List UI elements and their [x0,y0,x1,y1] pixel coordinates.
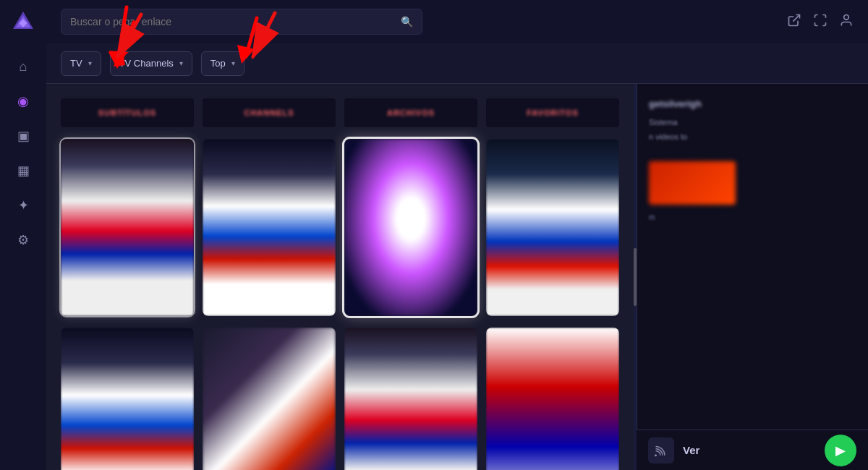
filter-channels-label: TV Channels [119,58,174,69]
panel-header: getsilverigh Sistema n videos to [637,84,868,155]
sidebar-item-home[interactable]: ⌂ [9,52,38,81]
channel-cards-row2 [61,328,619,470]
main-area: 🔍 [46,0,868,470]
labels-row: subtítulos channels archivos favoritos [61,98,619,127]
topbar-actions [787,13,854,31]
label-card-1: subtítulos [61,98,194,127]
panel-thumbnail [649,161,736,205]
label-text-1: subtítulos [98,108,156,117]
label-text-2: channels [244,108,294,117]
channel-card-3[interactable] [344,139,477,316]
label-text-3: archivos [387,108,435,117]
right-panel: getsilverigh Sistema n videos to m [637,84,868,470]
filterbar: TV ▾ TV Channels ▾ Top ▾ [46,43,868,84]
svg-point-4 [844,14,849,20]
channel-card-8[interactable] [486,328,619,470]
sidebar: ⌂ ◉ ▣ ▦ ✦ ⚙ [0,0,46,470]
panel-small-text: m [637,210,868,224]
channel-cards-row1 [61,139,619,316]
search-bar[interactable]: 🔍 [61,9,422,35]
channel-grid-area: subtítulos channels archivos favoritos [46,84,634,470]
filter-channels-dropdown[interactable]: TV Channels ▾ [110,51,192,76]
channel-card-7[interactable] [344,328,477,470]
panel-cast-icon[interactable] [648,437,674,463]
chevron-down-icon: ▾ [88,59,92,67]
label-card-2: channels [203,98,336,127]
channel-card-6[interactable] [203,328,336,470]
label-card-3: archivos [344,98,477,127]
channel-card-1[interactable] [61,139,194,316]
play-button[interactable]: ▶ [825,435,856,466]
chevron-down-icon-2: ▾ [179,59,183,67]
external-link-icon[interactable] [787,13,801,31]
user-icon[interactable] [839,13,854,31]
panel-bottom-bar: Ver ▶ [637,430,868,470]
channel-card-4[interactable] [486,139,619,316]
svg-point-5 [655,455,657,456]
filter-top-dropdown[interactable]: Top ▾ [201,51,244,76]
app-logo[interactable] [10,9,36,35]
filter-top-label: Top [210,58,226,69]
panel-subtitle: Sistema [649,118,856,127]
search-input[interactable] [70,16,401,27]
sidebar-item-schedule[interactable]: ▦ [9,156,38,185]
fullscreen-icon[interactable] [813,13,827,31]
filter-tv-dropdown[interactable]: TV ▾ [61,51,101,76]
search-icon: 🔍 [401,16,413,27]
filter-tv-label: TV [70,58,82,69]
label-text-4: favoritos [527,108,579,117]
label-card-4: favoritos [486,98,619,127]
ver-label: Ver [683,444,816,456]
chevron-down-icon-3: ▾ [231,59,235,67]
channel-card-5[interactable] [61,328,194,470]
svg-line-3 [793,14,799,21]
topbar: 🔍 [46,0,868,43]
sidebar-item-library[interactable]: ▣ [9,121,38,150]
content-area: subtítulos channels archivos favoritos [46,84,868,470]
sidebar-item-explore[interactable]: ◉ [9,87,38,116]
channel-card-2[interactable] [203,139,336,316]
sidebar-item-settings[interactable]: ⚙ [9,226,38,255]
sidebar-item-plugins[interactable]: ✦ [9,191,38,220]
panel-title: getsilverigh [649,98,856,109]
panel-detail: n videos to [649,132,856,141]
